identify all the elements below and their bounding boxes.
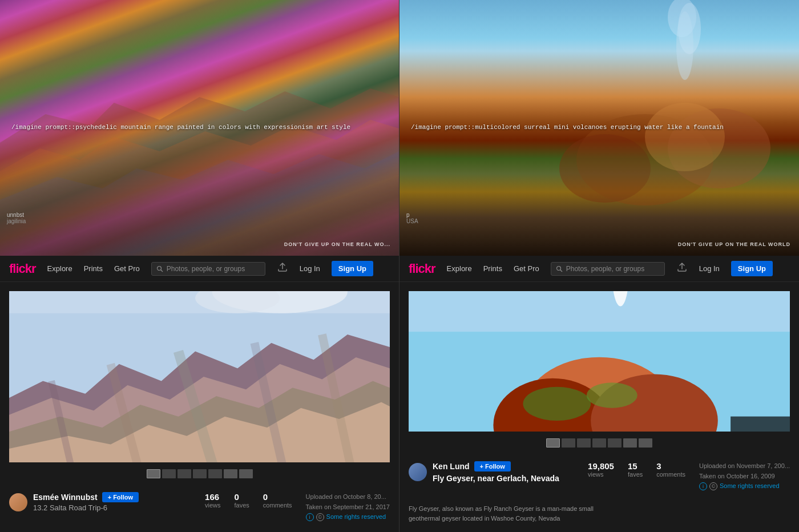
left-stat-views: 166 views: [205, 492, 221, 509]
left-explore-link[interactable]: Explore: [47, 264, 72, 273]
right-description-area: Fly Geyser, also known as Fly Ranch Geys…: [409, 504, 790, 523]
left-author-stats-row: Esmée Winnubst + Follow 13.2 Salta Road …: [9, 492, 390, 522]
svg-rect-40: [731, 417, 790, 432]
right-cc-icon: ©: [709, 482, 717, 490]
left-search-placeholder: Photos, people, or groups: [167, 265, 260, 273]
left-search-box[interactable]: Photos, people, or groups: [151, 262, 265, 276]
left-login-button[interactable]: Log In: [300, 264, 320, 273]
right-panel: /imagine prompt::multicolored surreal mi…: [400, 0, 799, 532]
left-stat-comments: 0 comments: [263, 492, 292, 509]
right-stat-faves: 15 faves: [628, 461, 643, 478]
right-license: i © Some rights reserved: [699, 481, 790, 491]
right-thumb-strip: [409, 438, 790, 450]
left-license-link[interactable]: Some rights reserved: [326, 512, 386, 522]
right-main-photo[interactable]: [409, 291, 790, 432]
right-author-avatar: [409, 463, 427, 481]
svg-rect-29: [409, 291, 790, 332]
right-license-link[interactable]: Some rights reserved: [720, 481, 780, 491]
right-hero-userloc: USA: [406, 218, 418, 224]
left-hero: /imagine prompt::psychedelic mountain ra…: [0, 0, 399, 256]
right-thumb-1[interactable]: [546, 438, 560, 448]
left-panel: /imagine prompt::psychedelic mountain ra…: [0, 0, 400, 532]
right-photo-title: Fly Geyser, near Gerlach, Nevada: [433, 474, 559, 483]
right-getpro-link[interactable]: Get Pro: [514, 264, 539, 273]
right-follow-button[interactable]: + Follow: [474, 461, 511, 471]
left-stat-faves: 0 faves: [235, 492, 249, 509]
right-hero-user: p USA: [406, 212, 418, 224]
right-thumb-6[interactable]: [623, 438, 637, 448]
left-follow-button[interactable]: + Follow: [102, 492, 139, 502]
left-upload-icon[interactable]: [277, 262, 288, 275]
left-hero-overlay: [0, 128, 399, 256]
svg-point-37: [587, 382, 637, 408]
right-upload-icon[interactable]: [676, 262, 688, 275]
right-author-info: Ken Lund + Follow Fly Geyser, near Gerla…: [433, 461, 559, 483]
svg-point-26: [556, 266, 560, 270]
left-thumb-6[interactable]: [224, 469, 237, 478]
left-thumb-2[interactable]: [162, 469, 176, 478]
right-login-button[interactable]: Log In: [699, 264, 720, 273]
left-logo[interactable]: flickr: [9, 261, 36, 276]
left-thumb-4[interactable]: [193, 469, 207, 478]
left-thumb-strip: [9, 469, 390, 481]
left-stats: 166 views 0 faves 0 comments Uploaded on…: [205, 492, 390, 522]
right-thumb-7[interactable]: [639, 438, 652, 448]
left-navbar: flickr Explore Prints Get Pro Photos, pe…: [0, 256, 399, 282]
left-hero-username: unnbst: [7, 212, 26, 218]
left-info-icon: i: [306, 513, 314, 521]
left-photo-svg: [9, 291, 390, 462]
right-navbar: flickr Explore Prints Get Pro Photos, pe…: [400, 256, 799, 282]
left-author-info: Esmée Winnubst + Follow 13.2 Salta Road …: [33, 492, 139, 512]
right-search-placeholder: Photos, people, or groups: [566, 265, 660, 273]
right-stat-views: 19,805 views: [588, 461, 614, 478]
right-hero-imagine-text: /imagine prompt::multicolored surreal mi…: [411, 123, 724, 132]
left-thumb-5[interactable]: [208, 469, 222, 478]
right-upload-info: Uploaded on November 7, 200... Taken on …: [699, 461, 790, 491]
left-thumb-7[interactable]: [239, 469, 253, 478]
left-hero-user: unnbst jagilinia: [7, 212, 26, 224]
svg-point-36: [523, 387, 591, 421]
right-search-icon: [556, 265, 563, 272]
right-author-name: Ken Lund: [433, 462, 470, 471]
right-hero: /imagine prompt::multicolored surreal mi…: [400, 0, 799, 256]
left-cc-icon: ©: [316, 513, 324, 521]
svg-line-4: [160, 269, 163, 272]
left-license: i © Some rights reserved: [306, 512, 390, 522]
right-photo-svg: [409, 291, 790, 432]
left-prints-link[interactable]: Prints: [84, 264, 103, 273]
right-hero-username: p: [406, 212, 418, 218]
svg-point-24: [645, 103, 725, 171]
left-thumb-1[interactable]: [147, 469, 160, 478]
left-search-icon: [156, 265, 163, 272]
svg-point-25: [559, 134, 651, 203]
left-thumb-3[interactable]: [177, 469, 191, 478]
right-thumb-5[interactable]: [608, 438, 622, 448]
right-hero-bottom-text: DON'T GIVE UP ON THE REAL WORLD: [678, 241, 790, 247]
left-author-avatar: [9, 493, 27, 511]
right-search-box[interactable]: Photos, people, or groups: [551, 262, 665, 276]
right-signup-button[interactable]: Sign Up: [731, 261, 773, 276]
left-photo-title: 13.2 Salta Road Trip-6: [33, 503, 139, 512]
left-hero-userloc: jagilinia: [7, 218, 26, 224]
left-signup-button[interactable]: Sign Up: [332, 261, 373, 276]
left-author-block: Esmée Winnubst + Follow 13.2 Salta Road …: [9, 492, 139, 512]
left-author-name: Esmée Winnubst: [33, 493, 98, 502]
right-stats: 19,805 views 15 faves 3 comments Uploade…: [588, 461, 790, 491]
right-author-block: Ken Lund + Follow Fly Geyser, near Gerla…: [409, 461, 559, 483]
left-getpro-link[interactable]: Get Pro: [114, 264, 140, 273]
right-photo-area: Ken Lund + Follow Fly Geyser, near Gerla…: [400, 282, 799, 532]
left-hero-bottom-text: DON'T GIVE UP ON THE REAL WO...: [284, 241, 390, 247]
right-author-stats-row: Ken Lund + Follow Fly Geyser, near Gerla…: [409, 461, 790, 491]
right-thumb-4[interactable]: [592, 438, 606, 448]
left-main-photo[interactable]: [9, 291, 390, 462]
right-logo[interactable]: flickr: [409, 261, 435, 276]
right-thumb-3[interactable]: [577, 438, 591, 448]
right-stat-comments: 3 comments: [656, 461, 685, 478]
svg-line-27: [560, 269, 562, 272]
right-description-text: Fly Geyser, also known as Fly Ranch Geys…: [409, 504, 626, 523]
right-prints-link[interactable]: Prints: [483, 264, 502, 273]
svg-point-3: [157, 266, 161, 270]
right-explore-link[interactable]: Explore: [447, 264, 472, 273]
right-thumb-2[interactable]: [562, 438, 575, 448]
left-hero-imagine-text: /imagine prompt::psychedelic mountain ra…: [11, 123, 350, 132]
